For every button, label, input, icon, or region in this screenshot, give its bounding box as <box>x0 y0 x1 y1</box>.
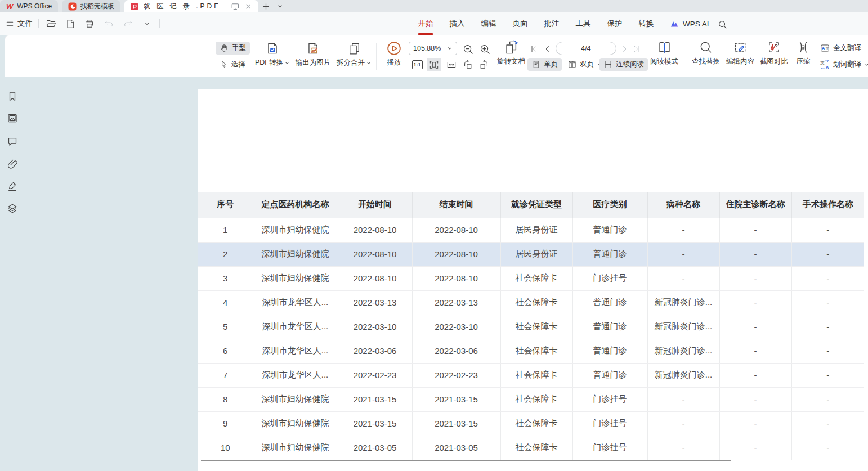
screenshot-compare-button[interactable]: 截图对比 <box>756 39 792 66</box>
first-page-icon <box>530 44 539 53</box>
reading-mode-button[interactable]: 阅读模式 <box>647 39 682 66</box>
new-tab-button[interactable] <box>258 0 274 12</box>
signature-panel-button[interactable] <box>7 180 18 191</box>
rotate-left-icon <box>462 59 473 70</box>
single-page-label: 单页 <box>544 60 558 69</box>
table-cell: 居民身份证 <box>500 218 572 242</box>
tab-document[interactable]: 就 医 记 录 .PDF <box>124 0 258 12</box>
menu-tab-protect[interactable]: 保护 <box>599 12 630 35</box>
chevron-down-icon <box>284 60 290 66</box>
print-button[interactable] <box>83 16 96 31</box>
word-translation-button[interactable]: 文 A 划词翻译 <box>816 58 868 71</box>
previous-page-button[interactable] <box>542 43 553 55</box>
split-merge-button[interactable]: 拆分合并 <box>333 40 375 68</box>
play-icon <box>386 41 402 56</box>
zoom-out-button[interactable] <box>461 42 475 56</box>
redo-button[interactable] <box>121 16 135 31</box>
select-tool-button[interactable]: 选择 <box>216 58 249 71</box>
open-file-button[interactable] <box>44 16 58 31</box>
undo-button[interactable] <box>102 16 115 31</box>
hamburger-icon <box>6 20 14 28</box>
column-border-stub <box>791 460 791 471</box>
plus-icon <box>262 2 270 11</box>
save-button[interactable] <box>64 16 77 31</box>
pdf-convert-button[interactable]: PDF转换 <box>251 40 294 68</box>
compress-label: 压缩 <box>797 57 811 66</box>
table-cell: 普通门诊 <box>572 315 647 339</box>
edit-content-button[interactable]: 编辑内容 <box>722 39 758 66</box>
full-translation-button[interactable]: A 文 全文翻译 <box>816 42 865 55</box>
next-page-icon <box>620 44 629 53</box>
actual-size-button[interactable]: 1:1 <box>410 59 424 71</box>
fit-width-icon <box>446 59 457 70</box>
separate-window-icon[interactable] <box>231 2 240 11</box>
table-cell: 2022-08-10 <box>412 242 500 266</box>
table-row: 3深圳市妇幼保健院2022-08-102022-08-10社会保障卡门诊挂号--… <box>198 266 864 290</box>
tab-wps-office[interactable]: W WPS Office <box>0 0 58 12</box>
quick-access-chevron[interactable] <box>140 16 154 31</box>
attachments-panel-button[interactable] <box>7 158 18 169</box>
table-cell: - <box>719 290 791 315</box>
double-page-label: 双页 <box>580 60 594 69</box>
comments-panel-button[interactable] <box>7 136 18 147</box>
layers-panel-button[interactable] <box>7 203 18 214</box>
hand-tool-button[interactable]: 手型 <box>216 42 250 55</box>
table-cell: - <box>647 266 719 290</box>
table-cell: 深圳市妇幼保健院 <box>253 436 338 460</box>
file-menu-button[interactable]: 文件 <box>6 19 33 29</box>
bookmarks-panel-button[interactable] <box>7 91 18 102</box>
menu-tab-annotate[interactable]: 批注 <box>536 12 567 35</box>
table-cell: 2021-03-05 <box>338 436 412 460</box>
fit-width-button[interactable] <box>444 59 459 71</box>
menu-search-button[interactable] <box>715 17 730 32</box>
word-translation-icon: 文 A <box>820 59 830 70</box>
export-image-button[interactable]: 输出为图片 <box>291 40 335 68</box>
file-menu-label: 文件 <box>17 19 33 29</box>
continuous-reading-button[interactable]: 连续阅读 <box>599 58 648 71</box>
table-cell: 普通门诊 <box>572 363 647 387</box>
wps-ai-button[interactable]: WPS AI <box>670 12 709 35</box>
column-header: 定点医药机构名称 <box>253 192 338 218</box>
page-number-input[interactable]: 4/4 <box>556 42 616 55</box>
table-cell: - <box>719 387 791 411</box>
menu-tab-convert[interactable]: 转换 <box>630 12 662 35</box>
menu-tab-home[interactable]: 开始 <box>410 12 441 35</box>
zoom-in-button[interactable] <box>478 42 491 56</box>
table-cell: 门诊挂号 <box>572 266 647 290</box>
find-replace-label: 查找替换 <box>692 57 720 66</box>
one-to-one-icon: 1:1 <box>412 60 423 69</box>
single-page-button[interactable]: 单页 <box>527 58 562 71</box>
menu-tab-insert[interactable]: 插入 <box>441 12 473 35</box>
zoom-level-select[interactable]: 105.88% <box>409 42 457 55</box>
rotate-left-button[interactable] <box>461 59 475 71</box>
rotate-document-button[interactable]: 旋转文档 <box>493 39 530 66</box>
play-button[interactable]: 播放 <box>380 40 408 68</box>
table-cell: - <box>719 436 791 460</box>
table-cell: 社会保障卡 <box>500 315 572 339</box>
pdf-page[interactable]: 序号定点医药机构名称开始时间结束时间就诊凭证类型医疗类别病种名称住院主诊断名称手… <box>198 89 868 471</box>
rotate-right-button[interactable] <box>477 59 491 71</box>
table-cell: 社会保障卡 <box>500 339 572 363</box>
table-cell: - <box>719 266 791 290</box>
next-page-button[interactable] <box>619 43 630 55</box>
menu-tab-tools[interactable]: 工具 <box>567 12 599 35</box>
table-cell: 2021-03-15 <box>338 387 412 411</box>
table-cell: - <box>791 411 864 436</box>
fit-page-button[interactable] <box>427 58 441 71</box>
table-cell: 深圳市妇幼保健院 <box>253 266 338 290</box>
tab-list-chevron[interactable] <box>274 0 287 12</box>
menu-tab-edit[interactable]: 编辑 <box>473 12 504 35</box>
menu-tab-page[interactable]: 页面 <box>504 12 536 35</box>
table-cell: 深圳市妇幼保健院 <box>253 242 338 266</box>
close-tab-icon[interactable] <box>244 2 252 11</box>
thumbnails-panel-button[interactable] <box>7 113 18 124</box>
printer-icon <box>84 18 95 29</box>
chevron-down-icon <box>366 60 372 66</box>
compress-button[interactable]: 压缩 <box>791 39 816 66</box>
first-page-button[interactable] <box>529 43 540 55</box>
table-cell: 普通门诊 <box>572 218 647 242</box>
last-page-button[interactable] <box>631 43 642 55</box>
table-cell: - <box>791 290 864 315</box>
find-replace-button[interactable]: 查找替换 <box>687 39 724 66</box>
tab-docer-template[interactable]: 找稻壳模板 <box>62 0 120 12</box>
